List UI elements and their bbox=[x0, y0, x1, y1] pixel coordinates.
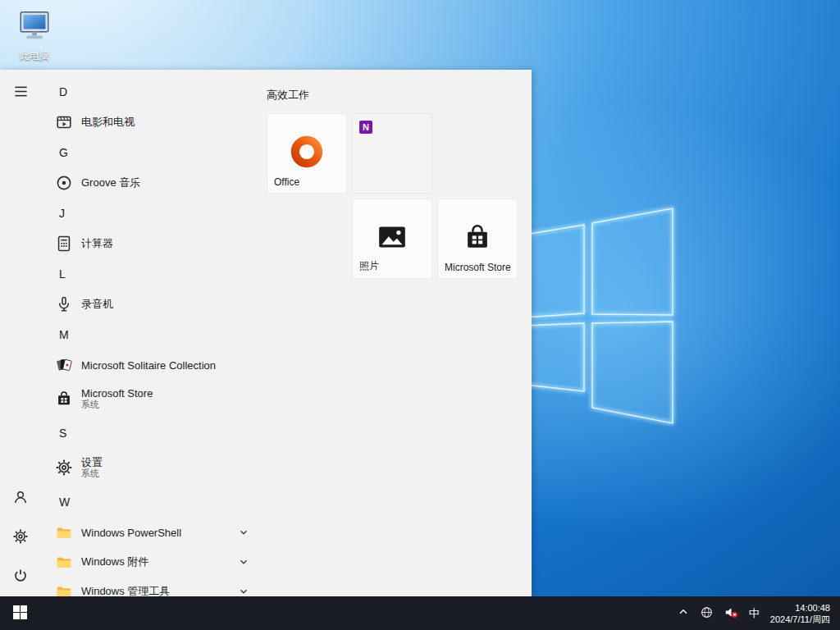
tile-label: Microsoft Store bbox=[445, 262, 511, 273]
taskbar-clock[interactable]: 14:00:48 2024/7/11/周四 bbox=[765, 596, 833, 630]
user-icon bbox=[12, 489, 29, 508]
settings-button[interactable] bbox=[0, 518, 41, 557]
app-folder-windows-powershell[interactable]: Windows PowerShell bbox=[41, 518, 258, 547]
app-item-movies-tv[interactable]: 电影和电视 bbox=[41, 107, 258, 137]
system-tray: 中 14:00:48 2024/7/11/周四 bbox=[673, 596, 840, 630]
globe-network-icon bbox=[700, 605, 714, 622]
app-item-solitaire[interactable]: Microsoft Solitaire Collection bbox=[41, 350, 258, 380]
tile-photos[interactable]: 照片 bbox=[352, 199, 432, 279]
tile-onenote[interactable]: N bbox=[352, 113, 432, 194]
desktop-icon-label: 此电脑 bbox=[20, 49, 49, 63]
store-icon bbox=[54, 389, 74, 409]
chevron-down-icon bbox=[239, 587, 249, 596]
ime-indicator[interactable]: 中 bbox=[745, 596, 764, 630]
app-list-letter-m[interactable]: M bbox=[41, 319, 258, 350]
app-label: 设置 bbox=[81, 456, 103, 469]
tile-label: 照片 bbox=[359, 259, 379, 273]
user-account-button[interactable] bbox=[0, 478, 41, 518]
calculator-icon bbox=[54, 234, 74, 253]
desktop-icon-this-pc[interactable]: 此电脑 bbox=[10, 8, 59, 63]
app-label: Windows 管理工具 bbox=[81, 584, 170, 596]
app-label: Microsoft Store bbox=[81, 387, 153, 400]
letter-label: G bbox=[59, 146, 68, 159]
gear-icon bbox=[12, 528, 29, 547]
tile-label: Office bbox=[274, 176, 299, 188]
app-list-letter-j[interactable]: J bbox=[41, 198, 258, 229]
app-label: 计算器 bbox=[81, 236, 113, 251]
expand-menu-button[interactable] bbox=[0, 73, 41, 112]
onenote-icon: N bbox=[359, 121, 372, 134]
network-button[interactable] bbox=[696, 596, 718, 630]
rail-bottom-group bbox=[0, 478, 41, 596]
tray-show-hidden-button[interactable] bbox=[673, 596, 694, 630]
app-label: 录音机 bbox=[81, 297, 113, 312]
solitaire-icon bbox=[54, 355, 74, 375]
tile-group-title[interactable]: 高效工作 bbox=[267, 88, 532, 103]
clock-time: 14:00:48 bbox=[770, 602, 830, 614]
app-subtitle: 系统 bbox=[81, 399, 153, 410]
app-label: 电影和电视 bbox=[81, 115, 135, 130]
tiles-panel: 高效工作 bbox=[258, 70, 532, 596]
folder-icon bbox=[54, 552, 74, 572]
app-item-voice-recorder[interactable]: 录音机 bbox=[41, 290, 258, 319]
power-icon bbox=[12, 568, 29, 587]
movies-tv-icon bbox=[54, 112, 74, 132]
tile-store[interactable]: Microsoft Store bbox=[437, 199, 518, 279]
start-button[interactable] bbox=[0, 596, 39, 630]
app-label: Windows 附件 bbox=[81, 555, 148, 569]
office-icon bbox=[288, 133, 326, 174]
letter-label: S bbox=[59, 427, 66, 440]
tiles-grid: Office N 照片 bbox=[267, 113, 532, 279]
power-button[interactable] bbox=[0, 557, 41, 596]
store-bag-icon bbox=[462, 221, 493, 256]
start-menu-rail bbox=[0, 70, 41, 596]
desktop: 此电脑 bbox=[0, 0, 840, 630]
chevron-down-icon bbox=[239, 527, 249, 537]
tile-office[interactable]: Office bbox=[267, 113, 347, 194]
voice-recorder-icon bbox=[54, 294, 74, 314]
app-list-letter-g[interactable]: G bbox=[41, 137, 258, 168]
app-list-letter-d[interactable]: D bbox=[41, 76, 258, 107]
letter-label: L bbox=[59, 267, 66, 281]
app-item-microsoft-store[interactable]: Microsoft Store 系统 bbox=[41, 380, 258, 418]
folder-icon bbox=[54, 523, 74, 542]
app-item-calculator[interactable]: 计算器 bbox=[41, 229, 258, 258]
app-item-groove-music[interactable]: Groove 音乐 bbox=[41, 168, 258, 198]
volume-muted-icon bbox=[724, 605, 739, 623]
clock-date: 2024/7/11/周四 bbox=[770, 614, 830, 625]
app-label: Windows PowerShell bbox=[81, 527, 181, 539]
chevron-down-icon bbox=[239, 557, 249, 567]
app-list-letter-w[interactable]: W bbox=[41, 486, 258, 518]
letter-label: D bbox=[59, 85, 67, 98]
photos-icon bbox=[376, 221, 409, 257]
app-label: Groove 音乐 bbox=[81, 176, 140, 190]
windows-logo-icon bbox=[13, 605, 27, 622]
app-list-letter-l[interactable]: L bbox=[41, 258, 258, 290]
app-subtitle: 系统 bbox=[81, 468, 103, 479]
taskbar: 中 14:00:48 2024/7/11/周四 bbox=[0, 596, 840, 630]
settings-gear-icon bbox=[54, 458, 74, 477]
this-pc-icon bbox=[16, 8, 53, 48]
hamburger-icon bbox=[13, 84, 29, 102]
groove-music-icon bbox=[54, 173, 74, 193]
app-text: 设置 系统 bbox=[81, 456, 103, 480]
letter-label: J bbox=[59, 207, 65, 220]
chevron-up-icon bbox=[677, 605, 690, 621]
letter-label: W bbox=[59, 495, 70, 509]
app-text: Microsoft Store 系统 bbox=[81, 387, 153, 411]
start-menu: D 电影和电视 G bbox=[0, 70, 532, 596]
app-list: D 电影和电视 G bbox=[41, 70, 258, 596]
app-item-settings[interactable]: 设置 系统 bbox=[41, 449, 258, 486]
app-list-letter-s[interactable]: S bbox=[41, 418, 258, 449]
volume-button[interactable] bbox=[719, 596, 743, 630]
letter-label: M bbox=[59, 328, 69, 341]
app-label: Microsoft Solitaire Collection bbox=[81, 359, 216, 372]
app-folder-windows-accessories[interactable]: Windows 附件 bbox=[41, 547, 258, 577]
app-folder-windows-admin-tools[interactable]: Windows 管理工具 bbox=[41, 577, 258, 596]
folder-icon bbox=[54, 582, 74, 596]
